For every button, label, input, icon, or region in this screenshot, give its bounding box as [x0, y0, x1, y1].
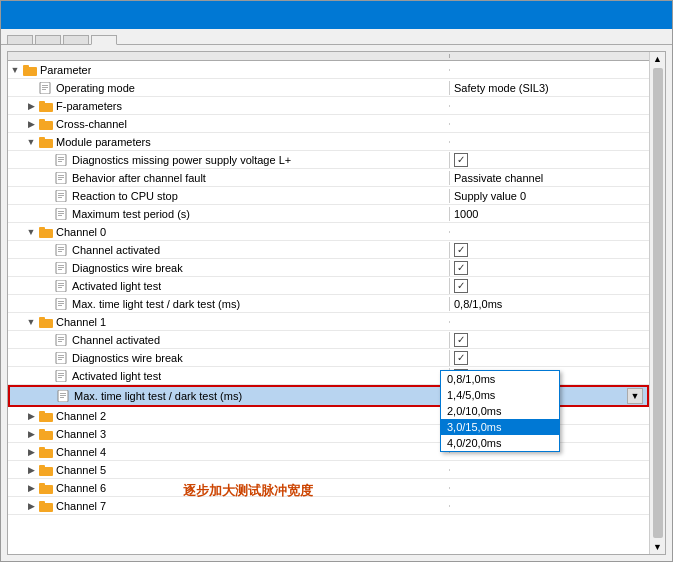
- label-behav_fault: Behavior after channel fault: [72, 172, 206, 184]
- tab-parameters[interactable]: [91, 35, 117, 45]
- expand-icon-ch5[interactable]: ▶: [24, 463, 38, 477]
- expand-icon-fparam[interactable]: ▶: [24, 99, 38, 113]
- expand-icon-opmode: [24, 81, 38, 95]
- expand-icon-ch0[interactable]: ▼: [24, 225, 38, 239]
- svg-rect-69: [39, 447, 45, 450]
- checkbox-diag_missing[interactable]: ✓: [454, 153, 468, 167]
- value-ch0: [449, 231, 649, 233]
- page-icon-ch0_diag_wire: [54, 261, 70, 275]
- svg-rect-7: [39, 101, 45, 104]
- page-icon-behav_fault: [54, 171, 70, 185]
- page-icon-opmode: [38, 81, 54, 95]
- tab-overview[interactable]: [7, 35, 33, 44]
- svg-rect-13: [58, 157, 64, 158]
- svg-rect-32: [58, 249, 64, 250]
- tree-row-ch5[interactable]: ▶Channel 5: [8, 461, 649, 479]
- tree-row-ch0_activated[interactable]: Channel activated✓: [8, 241, 649, 259]
- expand-icon-diag_missing: [40, 153, 54, 167]
- tree-row-fparam[interactable]: ▶F-parameters: [8, 97, 649, 115]
- label-ch1: Channel 1: [56, 316, 106, 328]
- svg-rect-33: [58, 251, 62, 252]
- tree-row-ch1_diag_wire[interactable]: Diagnostics wire break✓: [8, 349, 649, 367]
- tree-row-max_test[interactable]: Maximum test period (s)1000: [8, 205, 649, 223]
- tree-row-ch7[interactable]: ▶Channel 7: [8, 497, 649, 515]
- expand-icon-ch4[interactable]: ▶: [24, 445, 38, 459]
- value-text-react_cpu: Supply value 0: [454, 190, 526, 202]
- svg-rect-5: [42, 89, 46, 90]
- svg-rect-51: [58, 341, 62, 342]
- svg-rect-61: [60, 393, 66, 394]
- tree-row-root[interactable]: ▼Parameter: [8, 61, 649, 79]
- tree-row-ch6[interactable]: ▶Channel 6: [8, 479, 649, 497]
- expand-icon-ch1_act_light: [40, 369, 54, 383]
- page-icon-max_test: [54, 207, 70, 221]
- svg-rect-46: [39, 319, 53, 328]
- svg-rect-40: [58, 285, 64, 286]
- value-ch1_activated: ✓: [449, 332, 649, 348]
- expand-icon-ch6[interactable]: ▶: [24, 481, 38, 495]
- value-ch7: [449, 505, 649, 507]
- tree-row-diag_missing[interactable]: Diagnostics missing power supply voltage…: [8, 151, 649, 169]
- tree-row-ch1[interactable]: ▼Channel 1: [8, 313, 649, 331]
- tree-row-ch0_diag_wire[interactable]: Diagnostics wire break✓: [8, 259, 649, 277]
- scroll-thumb[interactable]: [653, 68, 663, 538]
- tree-row-ch0_max_time[interactable]: Max. time light test / dark test (ms)0,8…: [8, 295, 649, 313]
- label-ch4: Channel 4: [56, 446, 106, 458]
- scrollbar[interactable]: ▲ ▼: [649, 52, 665, 554]
- tree-row-opmode[interactable]: Operating modeSafety mode (SIL3): [8, 79, 649, 97]
- value-ch0_max_time: 0,8/1,0ms: [449, 297, 649, 311]
- svg-rect-25: [58, 211, 64, 212]
- tree-row-behav_fault[interactable]: Behavior after channel faultPassivate ch…: [8, 169, 649, 187]
- checkbox-ch0_act_light[interactable]: ✓: [454, 279, 468, 293]
- expand-icon-ch2[interactable]: ▶: [24, 409, 38, 423]
- label-ch7: Channel 7: [56, 500, 106, 512]
- expand-icon-ch7[interactable]: ▶: [24, 499, 38, 513]
- dropdown-option-3[interactable]: 3,0/15,0ms: [441, 419, 559, 435]
- svg-rect-11: [39, 137, 45, 140]
- tree-body[interactable]: ▼ParameterOperating modeSafety mode (SIL…: [8, 61, 649, 554]
- expand-icon-ch3[interactable]: ▶: [24, 427, 38, 441]
- checkbox-ch0_diag_wire[interactable]: ✓: [454, 261, 468, 275]
- checkbox-ch0_activated[interactable]: ✓: [454, 243, 468, 257]
- expand-icon-cross[interactable]: ▶: [24, 117, 38, 131]
- svg-rect-58: [58, 375, 64, 376]
- value-fparam: [449, 105, 649, 107]
- svg-rect-27: [58, 215, 62, 216]
- tree-row-ch0_act_light[interactable]: Activated light test✓: [8, 277, 649, 295]
- dropdown-option-0[interactable]: 0,8/1,0ms: [441, 371, 559, 387]
- value-ch6: [449, 487, 649, 489]
- svg-rect-15: [58, 161, 62, 162]
- svg-rect-29: [39, 227, 45, 230]
- value-ch1_diag_wire: ✓: [449, 350, 649, 366]
- label-ch1_max_time: Max. time light test / dark test (ms): [74, 390, 242, 402]
- svg-rect-41: [58, 287, 62, 288]
- dropdown-menu[interactable]: 0,8/1,0ms1,4/5,0ms2,0/10,0ms3,0/15,0ms4,…: [440, 370, 560, 452]
- svg-rect-50: [58, 339, 64, 340]
- expand-icon-behav_fault: [40, 171, 54, 185]
- svg-rect-1: [23, 65, 29, 68]
- label-ch0_act_light: Activated light test: [72, 280, 161, 292]
- tree-row-cross[interactable]: ▶Cross-channel: [8, 115, 649, 133]
- dropdown-option-1[interactable]: 1,4/5,0ms: [441, 387, 559, 403]
- tree-row-ch0[interactable]: ▼Channel 0: [8, 223, 649, 241]
- tree-row-modparam[interactable]: ▼Module parameters: [8, 133, 649, 151]
- expand-icon-ch1[interactable]: ▼: [24, 315, 38, 329]
- checkbox-ch1_diag_wire[interactable]: ✓: [454, 351, 468, 365]
- svg-rect-45: [58, 305, 62, 306]
- tree-row-react_cpu[interactable]: Reaction to CPU stopSupply value 0: [8, 187, 649, 205]
- dropdown-option-2[interactable]: 2,0/10,0ms: [441, 403, 559, 419]
- value-cross: [449, 123, 649, 125]
- dropdown-arrow-ch1_max_time[interactable]: ▼: [627, 388, 643, 404]
- scroll-down[interactable]: ▼: [651, 540, 665, 554]
- svg-rect-4: [42, 87, 48, 88]
- tree-row-ch1_activated[interactable]: Channel activated✓: [8, 331, 649, 349]
- tab-identification[interactable]: [63, 35, 89, 44]
- tab-addresses[interactable]: [35, 35, 61, 44]
- checkbox-ch1_activated[interactable]: ✓: [454, 333, 468, 347]
- expand-icon-root[interactable]: ▼: [8, 63, 22, 77]
- scroll-up[interactable]: ▲: [651, 52, 665, 66]
- dropdown-option-4[interactable]: 4,0/20,0ms: [441, 435, 559, 451]
- svg-rect-71: [39, 465, 45, 468]
- folder-icon-root: [22, 63, 38, 77]
- expand-icon-modparam[interactable]: ▼: [24, 135, 38, 149]
